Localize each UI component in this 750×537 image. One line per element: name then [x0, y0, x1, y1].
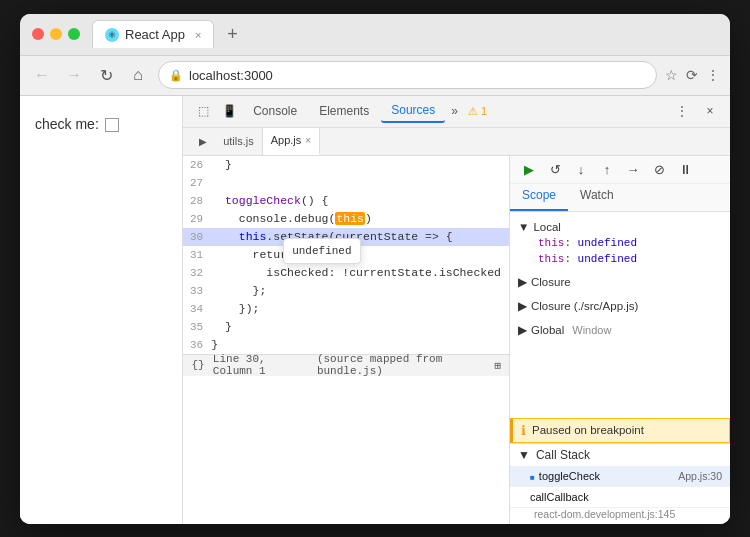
bottom-bar: {} Line 30, Column 1 (source mapped from… — [183, 354, 509, 376]
devtools-close-button[interactable]: × — [698, 99, 722, 123]
bottom-bar-expand-icon[interactable]: ⊞ — [494, 359, 501, 372]
scope-global-header[interactable]: ▶ Global Window — [518, 321, 722, 339]
callstack-func-2: callCallback — [530, 491, 589, 503]
scope-global-value: Window — [572, 324, 611, 336]
scope-global-label: Global — [531, 324, 564, 336]
code-line-27: 27 — [183, 174, 509, 192]
url-text: localhost:3000 — [189, 68, 273, 83]
warning-count: 1 — [481, 105, 487, 117]
breakpoint-banner: ℹ Paused on breakpoint — [510, 418, 730, 443]
file-tab-close-button[interactable]: × — [305, 135, 311, 146]
browser-tab[interactable]: ⚛ React App × — [92, 20, 214, 48]
cast-icon[interactable]: ⟳ — [686, 67, 698, 83]
scope-global-arrow: ▶ — [518, 323, 527, 337]
info-icon: ℹ — [521, 423, 526, 438]
tab-bar: ⚛ React App × + — [92, 20, 718, 48]
inspect-element-button[interactable]: ⬚ — [191, 99, 215, 123]
callstack-item-callcallback[interactable]: callCallback — [510, 487, 730, 508]
security-icon: 🔒 — [169, 69, 183, 82]
scope-item-this-2: this: undefined — [518, 251, 722, 267]
title-bar: ⚛ React App × + — [20, 14, 730, 56]
tooltip-undefined: undefined — [283, 238, 360, 264]
tab-close-button[interactable]: × — [195, 29, 201, 41]
callstack-file-1: App.js:30 — [678, 470, 722, 482]
deactivate-breakpoints-button[interactable]: ⊘ — [648, 158, 670, 180]
check-label: check me: — [35, 116, 99, 132]
callstack-label: Call Stack — [536, 448, 590, 462]
scope-local-header[interactable]: ▼ Local — [518, 219, 722, 235]
code-line-32: 32 isChecked: !currentState.isChecked — [183, 264, 509, 282]
pretty-print-icon[interactable]: {} — [191, 357, 205, 373]
bottom-bar-right: ⊞ — [494, 359, 501, 372]
scope-tabs: Scope Watch — [510, 184, 730, 212]
scope-closure-label: Closure — [531, 276, 571, 288]
code-editor[interactable]: 26 } 27 28 toggleCheck() — [183, 156, 510, 524]
code-line-36: 36 } — [183, 336, 509, 354]
breakpoint-text: Paused on breakpoint — [532, 424, 644, 436]
close-window-button[interactable] — [32, 28, 44, 40]
device-toolbar-button[interactable]: 📱 — [217, 99, 241, 123]
file-tab-utils[interactable]: utils.js — [215, 128, 263, 156]
traffic-lights — [32, 28, 80, 40]
devtools-actions: ⋮ × — [670, 99, 722, 123]
minimize-window-button[interactable] — [50, 28, 62, 40]
tab-sources[interactable]: Sources — [381, 99, 445, 123]
step-button[interactable]: → — [622, 158, 644, 180]
code-line-33: 33 }; — [183, 282, 509, 300]
address-actions: ☆ ⟳ ⋮ — [665, 67, 720, 83]
cursor-position: Line 30, Column 1 — [213, 353, 309, 377]
scope-section-closure-app: ▶ Closure (./src/App.js) — [510, 294, 730, 318]
step-out-button[interactable]: ↑ — [596, 158, 618, 180]
callstack-section: ▼ Call Stack ■ toggleCheck App.js:30 cal… — [510, 443, 730, 524]
pause-on-exceptions-button[interactable]: ⏸ — [674, 158, 696, 180]
menu-icon[interactable]: ⋮ — [706, 67, 720, 83]
refresh-button[interactable]: ↻ — [94, 63, 118, 87]
scope-closure-header[interactable]: ▶ Closure — [518, 273, 722, 291]
scope-section-local: ▼ Local this: undefined this: undefined — [510, 216, 730, 270]
tab-scope[interactable]: Scope — [510, 184, 568, 211]
forward-button[interactable]: → — [62, 63, 86, 87]
file-tree-icon[interactable]: ▶ — [191, 128, 215, 156]
callstack-header[interactable]: ▼ Call Stack — [510, 444, 730, 466]
browser-window: ⚛ React App × + ← → ↻ ⌂ 🔒 localhost:3000… — [20, 14, 730, 524]
code-lines: 26 } 27 28 toggleCheck() — [183, 156, 509, 354]
home-button[interactable]: ⌂ — [126, 63, 150, 87]
scope-closure-app-label: Closure (./src/App.js) — [531, 300, 638, 312]
url-bar[interactable]: 🔒 localhost:3000 — [158, 61, 657, 89]
code-line-28: 28 toggleCheck() { — [183, 192, 509, 210]
code-line-29: 29 console.debug(this) undefined — [183, 210, 509, 228]
scope-section-global: ▶ Global Window — [510, 318, 730, 342]
callstack-func-1: toggleCheck — [539, 470, 600, 482]
callstack-item-icon: ■ — [530, 473, 535, 482]
maximize-window-button[interactable] — [68, 28, 80, 40]
tab-elements[interactable]: Elements — [309, 100, 379, 122]
checkbox-input[interactable] — [105, 118, 119, 132]
scope-section-closure: ▶ Closure — [510, 270, 730, 294]
tab-watch[interactable]: Watch — [568, 184, 626, 211]
file-tab-app-label: App.js — [271, 134, 302, 146]
file-tab-app[interactable]: App.js × — [263, 128, 320, 156]
step-into-button[interactable]: ↓ — [570, 158, 592, 180]
more-tabs-button[interactable]: » — [447, 100, 462, 122]
file-tab-utils-label: utils.js — [223, 135, 254, 147]
bookmark-icon[interactable]: ☆ — [665, 67, 678, 83]
tab-favicon: ⚛ — [105, 28, 119, 42]
scope-item-this-1: this: undefined — [518, 235, 722, 251]
scope-closure-app-arrow: ▶ — [518, 299, 527, 313]
callstack-sub-file: react-dom.development.js:145 — [510, 508, 730, 524]
resume-button[interactable]: ▶ — [518, 158, 540, 180]
devtools-panel: ⬚ 📱 Console Elements Sources » ⚠ 1 ⋮ — [183, 96, 730, 524]
step-over-button[interactable]: ↺ — [544, 158, 566, 180]
tab-console[interactable]: Console — [243, 100, 307, 122]
source-map-info: (source mapped from bundle.js) — [317, 353, 487, 377]
new-tab-button[interactable]: + — [218, 20, 246, 48]
back-button[interactable]: ← — [30, 63, 54, 87]
scope-closure-app-header[interactable]: ▶ Closure (./src/App.js) — [518, 297, 722, 315]
devtools-menu-button[interactable]: ⋮ — [670, 99, 694, 123]
callstack-item-togglecheck[interactable]: ■ toggleCheck App.js:30 — [510, 466, 730, 487]
address-bar: ← → ↻ ⌂ 🔒 localhost:3000 ☆ ⟳ ⋮ — [20, 56, 730, 96]
scope-content: ▼ Local this: undefined this: undefined — [510, 212, 730, 418]
sources-body: 26 } 27 28 toggleCheck() — [183, 156, 730, 524]
code-line-35: 35 } — [183, 318, 509, 336]
code-line-26: 26 } — [183, 156, 509, 174]
